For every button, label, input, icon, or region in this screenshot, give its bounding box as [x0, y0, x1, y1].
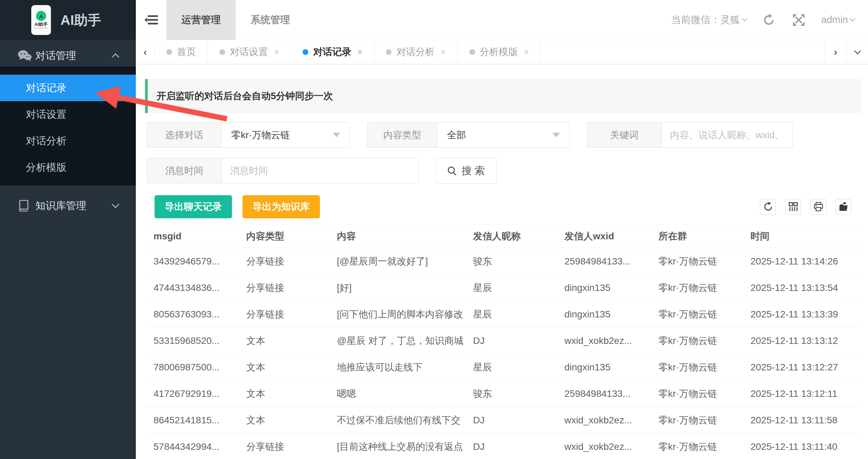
table-cell: @星辰 对了，丁总，知识商城: [328, 328, 465, 354]
table-cell: [目前这种线上交易的没有返点: [328, 434, 465, 459]
table-cell: 34392946579...: [145, 248, 238, 275]
table-cell: 53315968520...: [145, 328, 238, 354]
sidebar-submenu: 对话记录 对话设置 对话分析 分析模版: [0, 67, 136, 185]
table-cell: 星辰: [465, 354, 556, 381]
notice-text: 开启监听的对话后台会自动5分钟同步一次: [157, 90, 333, 103]
table-cell: 骏东: [465, 248, 556, 275]
sidebar-item-analysis-template[interactable]: 分析模版: [0, 154, 136, 181]
table-cell: [问下他们上周的脚本内容修改: [328, 301, 465, 328]
sidebar-group-knowledge-base[interactable]: 知识库管理: [0, 195, 136, 217]
tab-chat-settings[interactable]: 对话设置 ×: [208, 40, 291, 64]
tab-home[interactable]: 首页: [155, 40, 208, 64]
table-cell: 分享链接: [238, 301, 328, 328]
sidebar-item-label: 对话设置: [26, 108, 67, 122]
tab-scroll-right-button[interactable]: ›: [825, 40, 846, 64]
refresh-button[interactable]: [761, 13, 776, 27]
sidebar-item-chat-analysis[interactable]: 对话分析: [0, 128, 136, 154]
table-cell: 25984984133...: [556, 381, 650, 407]
main-area: 运营管理 系统管理 当前微信：灵狐: [136, 0, 868, 459]
export-file-button[interactable]: [835, 199, 851, 215]
table-toolbar: 导出聊天记录 导出为知识库: [145, 195, 862, 218]
dialog-select[interactable]: 零kr·万物云链: [222, 123, 350, 147]
sidebar: A AI助手 AI ASSISTANT AI助手 对话: [0, 0, 136, 459]
page-content: 开启监听的对话后台会自动5分钟同步一次 选择对话 零kr·万物云链 内容类型 全…: [136, 65, 868, 459]
filter-dialog-group: 选择对话 零kr·万物云链: [147, 122, 350, 148]
table-cell: 零kr·万物云链: [650, 301, 742, 328]
table-cell: 分享链接: [238, 275, 328, 301]
fullscreen-button[interactable]: [791, 13, 806, 27]
close-tab-icon[interactable]: ×: [524, 47, 529, 57]
sidebar-item-chat-records[interactable]: 对话记录: [0, 75, 136, 101]
table-cell: 80563763093...: [145, 301, 238, 328]
tab-chat-analysis[interactable]: 对话分析 ×: [374, 40, 457, 64]
close-tab-icon[interactable]: ×: [357, 47, 362, 57]
filter-content-type-label: 内容类型: [367, 123, 437, 147]
table-cell: [@星辰周一就改好了]: [328, 248, 465, 275]
dialog-select-value: 零kr·万物云链: [231, 129, 290, 142]
filter-time-group: 消息时间: [147, 158, 418, 183]
refresh-table-button[interactable]: [760, 199, 776, 215]
nav-tab-label: 系统管理: [251, 13, 290, 27]
table-cell: DJ: [465, 328, 556, 354]
table-row: 53315968520...文本@星辰 对了，丁总，知识商城DJwxid_xok…: [145, 328, 862, 354]
print-button[interactable]: [810, 199, 826, 215]
table-row: 41726792919...文本嗯嗯骏东25984984133...零kr·万物…: [145, 381, 862, 407]
table-cell: DJ: [465, 434, 556, 459]
table-cell: 星辰: [465, 301, 556, 328]
current-wechat-text: 当前微信：灵狐: [671, 13, 740, 27]
nav-tab-operations[interactable]: 运营管理: [166, 0, 236, 40]
table-cell: 地推应该可以走线下: [328, 354, 465, 381]
content-type-select[interactable]: 全部: [437, 123, 569, 147]
table-cell: 41726792919...: [145, 381, 238, 407]
column-settings-button[interactable]: [785, 199, 801, 215]
book-icon: [18, 200, 32, 211]
column-header-sender-wxid: 发信人wxid: [556, 224, 650, 248]
nav-tab-system[interactable]: 系统管理: [236, 0, 305, 40]
chat-records-table: msgid 内容类型 内容 发信人昵称 发信人wxid 所在群 时间 34392…: [145, 224, 862, 459]
tab-scroll-left-button[interactable]: ‹: [136, 40, 155, 64]
columns-icon: [789, 202, 798, 212]
tab-chat-records[interactable]: 对话记录 ×: [291, 40, 374, 64]
table-cell: 零kr·万物云链: [650, 381, 742, 407]
search-button[interactable]: 搜 索: [435, 158, 497, 184]
tab-status-dot: [166, 49, 172, 55]
user-dropdown[interactable]: admin: [821, 14, 854, 25]
collapse-sidebar-button[interactable]: [136, 0, 166, 40]
tab-status-dot: [303, 49, 308, 55]
export-knowledge-button[interactable]: 导出为知识库: [242, 195, 320, 218]
tab-label: 对话记录: [313, 45, 351, 58]
filter-dialog-label: 选择对话: [147, 123, 222, 147]
tab-analysis-template[interactable]: 分析模版 ×: [458, 40, 541, 64]
refresh-icon: [763, 202, 773, 212]
search-button-label: 搜 索: [462, 164, 485, 178]
table-cell: wxid_xokb2ez...: [556, 434, 650, 459]
table-cell: 文本: [238, 354, 328, 381]
sidebar-item-chat-settings[interactable]: 对话设置: [0, 101, 136, 128]
page-tabbar: ‹ 首页 对话设置 × 对话记录 × 对话分析 × 分析: [136, 40, 868, 65]
message-time-input[interactable]: [222, 158, 418, 183]
sidebar-group-dialog-management[interactable]: 对话管理: [0, 45, 136, 67]
table-cell: 86452141815...: [145, 407, 238, 434]
fullscreen-icon: [793, 14, 804, 26]
table-cell: wxid_xokb2ez...: [556, 407, 650, 434]
close-tab-icon[interactable]: ×: [440, 47, 446, 57]
filter-content-type-group: 内容类型 全部: [367, 122, 570, 148]
export-chat-button[interactable]: 导出聊天记录: [155, 195, 232, 218]
table-cell: 嗯嗯: [328, 381, 465, 407]
table-cell: 不过保不准后续他们有线下交: [328, 407, 465, 434]
table-body: 34392946579...分享链接[@星辰周一就改好了]骏东259849841…: [145, 248, 862, 459]
content-type-select-value: 全部: [447, 129, 466, 142]
close-tab-icon[interactable]: ×: [274, 47, 279, 57]
tab-label: 对话设置: [230, 45, 268, 58]
table-cell: 零kr·万物云链: [650, 434, 742, 459]
current-wechat-dropdown[interactable]: 当前微信：灵狐: [671, 13, 746, 27]
sidebar-item-label: 分析模版: [26, 161, 67, 175]
keyword-input[interactable]: [662, 123, 793, 147]
table-cell: 57844342994...: [145, 434, 238, 459]
chevron-down-icon: [850, 16, 855, 22]
tab-list-dropdown-button[interactable]: [846, 40, 868, 64]
app-title: AI助手: [60, 11, 101, 30]
table-row: 86452141815...文本不过保不准后续他们有线下交DJwxid_xokb…: [145, 407, 862, 434]
tabbar-spacer: [541, 40, 825, 64]
collapse-sidebar-icon: [144, 15, 158, 25]
